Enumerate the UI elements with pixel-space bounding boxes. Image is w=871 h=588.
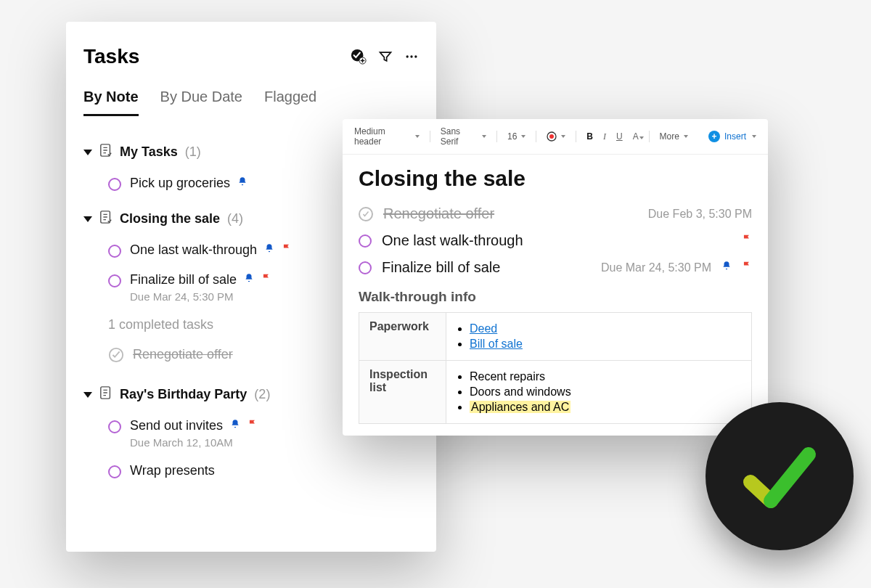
add-task-icon[interactable] bbox=[351, 49, 367, 65]
note-title[interactable]: Closing the sale bbox=[359, 166, 752, 191]
task-checkbox[interactable] bbox=[108, 274, 121, 287]
task-due: Due Mar 24, 5:30 PM bbox=[130, 290, 271, 303]
note-task-text: Renegotiate offer bbox=[383, 205, 494, 222]
bold-button[interactable]: B bbox=[586, 131, 593, 142]
link-bill-of-sale[interactable]: Bill of sale bbox=[470, 338, 523, 350]
svg-point-3 bbox=[410, 55, 412, 57]
tab-by-due-date[interactable]: By Due Date bbox=[160, 89, 242, 116]
flag-icon[interactable] bbox=[248, 418, 258, 433]
group-count: (2) bbox=[254, 387, 270, 402]
tab-flagged[interactable]: Flagged bbox=[264, 89, 316, 116]
note-task-row[interactable]: Finalize bill of sale Due Mar 24, 5:30 P… bbox=[359, 259, 752, 276]
note-task-due: Due Feb 3, 5:30 PM bbox=[648, 208, 752, 221]
editor-toolbar: Medium header Sans Serif 16 B I U A More… bbox=[343, 119, 768, 155]
plus-icon: + bbox=[708, 131, 720, 142]
task-checkbox[interactable] bbox=[108, 178, 121, 191]
task-checkbox[interactable] bbox=[359, 261, 372, 274]
list-item: Appliances and AC bbox=[470, 401, 741, 414]
task-checkbox[interactable] bbox=[108, 465, 121, 478]
task-row[interactable]: Wrap presents bbox=[108, 463, 419, 478]
chevron-down-icon bbox=[83, 216, 92, 222]
task-text: Renegotiate offer bbox=[133, 347, 233, 362]
task-checkbox-done[interactable] bbox=[359, 207, 373, 221]
task-due: Due March 12, 10AM bbox=[130, 436, 258, 449]
group-title: Closing the sale bbox=[120, 211, 220, 226]
task-text: Wrap presents bbox=[130, 463, 215, 478]
flag-icon[interactable] bbox=[742, 260, 752, 275]
bell-icon[interactable] bbox=[244, 272, 254, 287]
note-task-row[interactable]: Renegotiate offer Due Feb 3, 5:30 PM bbox=[359, 205, 752, 222]
chevron-down-icon bbox=[83, 150, 92, 155]
chevron-down-icon bbox=[83, 392, 92, 398]
task-checkbox[interactable] bbox=[108, 420, 121, 433]
svg-point-10 bbox=[549, 134, 554, 139]
size-dropdown[interactable]: 16 bbox=[507, 131, 526, 142]
flag-icon[interactable] bbox=[282, 242, 292, 258]
svg-point-2 bbox=[406, 55, 409, 57]
group-count: (4) bbox=[227, 211, 243, 226]
note-task-due: Due Mar 24, 5:30 PM bbox=[601, 261, 711, 274]
text-color-icon[interactable] bbox=[547, 131, 565, 142]
bell-icon[interactable] bbox=[721, 260, 732, 275]
note-panel: Medium header Sans Serif 16 B I U A More… bbox=[343, 119, 768, 436]
task-checkbox[interactable] bbox=[359, 234, 372, 248]
checkmark-icon bbox=[736, 433, 823, 520]
underline-button[interactable]: U bbox=[616, 131, 623, 142]
task-text: One last walk-through bbox=[130, 242, 257, 258]
task-checkbox[interactable] bbox=[108, 245, 121, 258]
tasks-tabs: By Note By Due Date Flagged bbox=[66, 81, 436, 117]
flag-icon[interactable] bbox=[261, 272, 271, 287]
font-dropdown[interactable]: Sans Serif bbox=[441, 126, 486, 147]
bell-icon[interactable] bbox=[230, 418, 240, 433]
note-task-text: One last walk-through bbox=[382, 232, 523, 249]
style-dropdown[interactable]: Medium header bbox=[354, 126, 420, 147]
group-count: (1) bbox=[185, 144, 201, 160]
list-item: Doors and windows bbox=[470, 385, 741, 399]
list-item: Recent repairs bbox=[470, 370, 741, 383]
more-icon[interactable] bbox=[404, 49, 419, 64]
more-dropdown[interactable]: More bbox=[660, 131, 688, 142]
bell-icon[interactable] bbox=[237, 176, 248, 191]
note-task-row[interactable]: One last walk-through bbox=[359, 232, 752, 249]
tasks-header: Tasks bbox=[66, 45, 436, 68]
table-cell-label: Paperwork bbox=[359, 313, 446, 361]
table-cell-label: Inspection list bbox=[359, 361, 446, 424]
walkthrough-table: Paperwork Deed Bill of sale Inspection l… bbox=[359, 312, 752, 424]
group-title: Ray's Birthday Party bbox=[120, 387, 247, 402]
note-icon bbox=[99, 385, 113, 404]
success-badge bbox=[706, 402, 854, 550]
highlight-button[interactable]: A bbox=[633, 131, 639, 142]
note-icon bbox=[99, 210, 113, 228]
task-text: Pick up groceries bbox=[130, 176, 230, 191]
link-deed[interactable]: Deed bbox=[470, 322, 497, 335]
task-text: Send out invites bbox=[130, 418, 223, 433]
tasks-title: Tasks bbox=[83, 45, 139, 68]
highlighted-text: Appliances and AC bbox=[470, 401, 571, 413]
section-heading: Walk-through info bbox=[359, 289, 752, 305]
italic-button[interactable]: I bbox=[603, 131, 606, 142]
flag-icon[interactable] bbox=[742, 233, 752, 248]
table-cell-value[interactable]: Recent repairs Doors and windows Applian… bbox=[446, 361, 752, 424]
note-task-text: Finalize bill of sale bbox=[382, 259, 500, 276]
note-icon bbox=[99, 143, 113, 161]
filter-icon[interactable] bbox=[378, 49, 393, 64]
table-cell-value[interactable]: Deed Bill of sale bbox=[446, 313, 752, 361]
task-checkbox-done[interactable] bbox=[108, 347, 124, 367]
note-body[interactable]: Closing the sale Renegotiate offer Due F… bbox=[343, 155, 768, 430]
svg-point-4 bbox=[414, 55, 417, 57]
task-text: Finalize bill of sale bbox=[130, 272, 237, 287]
tab-by-note[interactable]: By Note bbox=[83, 89, 139, 116]
insert-button[interactable]: + Insert bbox=[708, 131, 756, 142]
bell-icon[interactable] bbox=[264, 242, 274, 258]
group-title: My Tasks bbox=[120, 144, 178, 160]
